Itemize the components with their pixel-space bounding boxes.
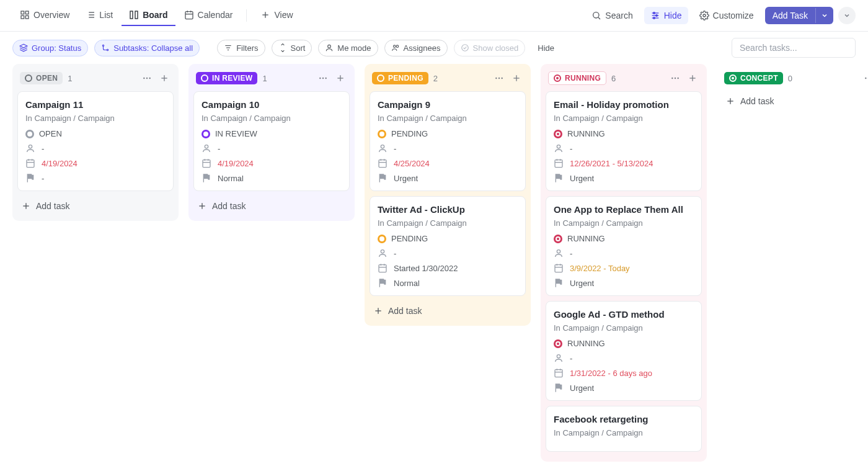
assignees-pill[interactable]: Assignees	[384, 40, 448, 56]
svg-rect-3	[25, 16, 29, 19]
task-card[interactable]: Twitter Ad - ClickUp In Campaign / Campa…	[370, 196, 526, 296]
status-chip-review[interactable]: IN REVIEW	[196, 72, 257, 84]
card-date-row: Started 1/30/2022	[378, 263, 518, 273]
status-chip-label: OPEN	[36, 74, 58, 83]
task-card[interactable]: Facebook retargeting In Campaign / Campa…	[546, 406, 702, 452]
card-date: 3/9/2022 - Today	[570, 264, 630, 273]
user-icon	[554, 143, 564, 153]
add-task-primary-button[interactable]: Add Task	[765, 7, 833, 24]
chevron-down-icon	[821, 12, 828, 19]
task-card[interactable]: Email - Holiday promotion In Campaign / …	[546, 91, 702, 191]
add-task-label: Add task	[740, 96, 774, 106]
svg-rect-12	[185, 12, 193, 19]
svg-point-71	[381, 250, 384, 253]
task-card[interactable]: Campaign 11 In Campaign / Campaign OPEN …	[17, 91, 174, 191]
svg-rect-72	[379, 265, 386, 272]
card-priority-row: Normal	[202, 173, 342, 183]
task-card[interactable]: One App to Replace Them All In Campaign …	[546, 196, 702, 296]
column-count: 1	[68, 74, 72, 83]
sort-label: Sort	[291, 43, 306, 53]
task-card[interactable]: Campaign 10 In Campaign / Campaign IN RE…	[193, 91, 350, 191]
status-chip-running[interactable]: RUNNING	[548, 71, 606, 85]
plus-icon	[21, 201, 31, 211]
svg-point-35	[396, 45, 399, 48]
card-location: In Campaign / Campaign	[554, 218, 694, 228]
flag-icon	[554, 173, 564, 183]
svg-rect-2	[21, 16, 24, 19]
card-status-label: IN REVIEW	[215, 129, 257, 138]
status-chip-label: IN REVIEW	[212, 74, 252, 83]
search-tasks-wrapper	[732, 38, 856, 58]
board-icon	[129, 10, 139, 20]
card-status-row: PENDING	[378, 234, 518, 243]
check-circle-icon	[461, 43, 469, 52]
toolbar-hide-button[interactable]: Hide	[531, 40, 560, 56]
tab-calendar[interactable]: Calendar	[177, 5, 241, 26]
filters-label: Filters	[236, 43, 258, 53]
column-more-button[interactable]	[862, 71, 868, 85]
tab-separator	[246, 9, 247, 22]
svg-point-93	[557, 355, 560, 358]
card-assignee: -	[570, 249, 572, 258]
card-priority-row: Normal	[378, 278, 518, 288]
tab-list[interactable]: List	[78, 5, 120, 26]
show-closed-pill[interactable]: Show closed	[454, 40, 526, 56]
card-title: Campaign 10	[202, 99, 342, 110]
column-add-button[interactable]	[510, 71, 523, 85]
card-status-row: RUNNING	[554, 339, 694, 348]
more-menu-button[interactable]	[838, 7, 856, 24]
card-date: 4/19/2024	[42, 159, 78, 168]
me-mode-pill[interactable]: Me mode	[318, 40, 378, 56]
group-pill[interactable]: Group: Status	[12, 40, 88, 56]
status-chip-pending[interactable]: PENDING	[372, 72, 428, 84]
status-chip-open[interactable]: OPEN	[20, 72, 63, 84]
subtasks-icon	[101, 43, 110, 52]
subtasks-pill[interactable]: Subtasks: Collapse all	[94, 40, 200, 56]
add-task-button[interactable]: Add task	[370, 301, 526, 321]
svg-rect-89	[555, 265, 562, 272]
add-task-button[interactable]: Add task	[17, 196, 174, 216]
plus-icon	[260, 10, 270, 20]
search-button[interactable]: Search	[585, 7, 639, 24]
svg-marker-27	[20, 44, 27, 48]
show-closed-label: Show closed	[473, 43, 519, 53]
status-dot-icon	[554, 339, 562, 348]
filters-pill[interactable]: Filters	[217, 40, 265, 56]
task-card[interactable]: Campaign 9 In Campaign / Campaign PENDIN…	[370, 91, 526, 191]
card-date: 12/26/2021 - 5/13/2024	[570, 159, 653, 168]
search-tasks-input[interactable]	[732, 38, 856, 58]
column-add-button[interactable]	[334, 71, 347, 85]
svg-point-39	[149, 78, 150, 79]
column-more-button[interactable]	[492, 71, 506, 85]
calendar-icon	[184, 10, 194, 20]
tab-view[interactable]: View	[253, 5, 300, 26]
gear-icon	[699, 11, 709, 20]
hide-button[interactable]: Hide	[644, 7, 688, 24]
add-task-button[interactable]: Add task	[722, 91, 868, 111]
add-task-dropdown[interactable]	[815, 8, 833, 23]
card-priority: Urgent	[394, 174, 418, 183]
column-count: 2	[433, 74, 438, 83]
calendar-icon	[554, 263, 564, 273]
search-label: Search	[605, 11, 632, 20]
card-assignee-row: -	[554, 248, 694, 258]
status-chip-concept[interactable]: CONCEPT	[724, 72, 783, 84]
customize-button[interactable]: Customize	[693, 7, 760, 24]
sort-pill[interactable]: Sort	[272, 40, 312, 56]
tab-overview[interactable]: Overview	[12, 5, 77, 26]
column-more-button[interactable]	[668, 71, 682, 85]
card-assignee: -	[218, 144, 220, 153]
card-status-row: PENDING	[378, 129, 518, 138]
tab-label: List	[99, 10, 113, 20]
column-add-button[interactable]	[686, 71, 699, 85]
svg-point-18	[593, 12, 599, 18]
column-more-button[interactable]	[140, 71, 154, 85]
tab-board[interactable]: Board	[122, 5, 175, 26]
add-task-button[interactable]: Add task	[193, 196, 350, 216]
column-add-button[interactable]	[157, 71, 171, 85]
status-chip-label: CONCEPT	[740, 74, 778, 83]
column-more-button[interactable]	[316, 71, 330, 85]
svg-point-88	[557, 250, 560, 253]
task-card[interactable]: Google Ad - GTD method In Campaign / Cam…	[546, 301, 702, 401]
svg-rect-84	[555, 160, 562, 168]
